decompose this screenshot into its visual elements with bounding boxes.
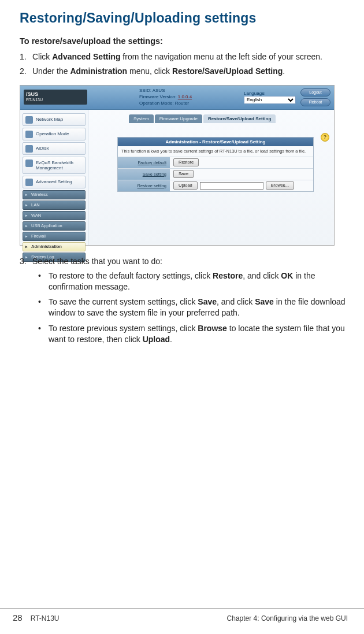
tab-system[interactable]: System	[129, 114, 154, 123]
subnav-usb[interactable]: USB Application	[23, 221, 86, 231]
step-2: Under the Administration menu, click Res…	[20, 66, 348, 77]
steps-list-continued: Select the tasks that you want to do: To…	[20, 256, 348, 345]
row-factory-default: Factory default Restore	[118, 157, 313, 168]
step-3: Select the tasks that you want to do: To…	[20, 256, 348, 345]
row-save-setting: Save setting Save	[118, 168, 313, 180]
subnav-wireless[interactable]: Wireless	[23, 190, 86, 199]
router-main: System Firmware Upgrade Restore/Save/Upl…	[88, 110, 334, 245]
router-info: SSID: ASUS Firmware Version: 1.0.0.4 Ope…	[139, 88, 238, 106]
footer-model: RT-N13U	[31, 614, 60, 622]
subnav-wan[interactable]: WAN	[23, 211, 86, 220]
file-path-input[interactable]	[200, 182, 263, 190]
save-button[interactable]: Save	[173, 170, 194, 178]
page-number: 28	[13, 613, 23, 622]
footer-chapter: Chapter 4: Configuring via the web GUI	[227, 614, 348, 622]
language-block: Language: English	[244, 91, 296, 104]
step-1: Click Advanced Setting from the navigati…	[20, 51, 348, 62]
nav-aidisk[interactable]: AiDisk	[23, 142, 86, 155]
browse-button[interactable]: Browse...	[266, 181, 294, 190]
steps-list: Click Advanced Setting from the navigati…	[20, 51, 348, 77]
help-icon[interactable]: ?	[321, 133, 329, 142]
tab-firmware[interactable]: Firmware Upgrade	[155, 114, 202, 123]
page-footer: 28 RT-N13U Chapter 4: Configuring via th…	[0, 609, 364, 622]
router-ui-screenshot: /SUS RT-N13U SSID: ASUS Firmware Version…	[20, 85, 335, 246]
bullet-save: To save the current system settings, cli…	[32, 296, 348, 318]
tab-restore-save-upload[interactable]: Restore/Save/Upload Setting	[203, 114, 276, 123]
router-topbar: /SUS RT-N13U SSID: ASUS Firmware Version…	[20, 86, 334, 110]
page-title: Restoring/Saving/Uploading settings	[20, 10, 348, 26]
row-restore-setting: Restore setting Upload Browse...	[118, 180, 313, 191]
task-bullets: To restore to the default factory settin…	[32, 270, 348, 345]
nav-ezqos[interactable]: EzQoS Bandwidth Management	[23, 157, 86, 174]
firmware-link[interactable]: 1.0.0.4	[178, 94, 192, 99]
language-select[interactable]: English	[244, 96, 296, 104]
upload-button[interactable]: Upload	[173, 181, 198, 190]
subnav-firewall[interactable]: Firewall	[23, 232, 86, 241]
nav-network-map[interactable]: Network Map	[23, 113, 86, 126]
bullet-upload: To restore previous system settings, cli…	[32, 323, 348, 345]
subnav-lan[interactable]: LAN	[23, 201, 86, 210]
logout-button[interactable]: Logout	[300, 88, 330, 97]
restore-button[interactable]: Restore	[173, 158, 199, 166]
subnav-administration[interactable]: Administration	[23, 242, 86, 251]
instructions-heading: To restore/save/upload the settings:	[20, 36, 348, 46]
reboot-button[interactable]: Reboot	[300, 98, 330, 106]
panel-title: Administration - Restore/Save/Upload Set…	[118, 138, 313, 146]
bullet-restore: To restore to the default factory settin…	[32, 270, 348, 292]
panel-description: This function allows you to save current…	[118, 146, 313, 157]
settings-panel: Administration - Restore/Save/Upload Set…	[117, 137, 314, 192]
nav-advanced-setting[interactable]: Advanced Setting	[23, 176, 86, 188]
router-logo: /SUS RT-N13U	[24, 90, 87, 105]
router-sidebar: Network Map Operation Mode AiDisk EzQoS …	[20, 110, 88, 245]
nav-operation-mode[interactable]: Operation Mode	[23, 128, 86, 140]
